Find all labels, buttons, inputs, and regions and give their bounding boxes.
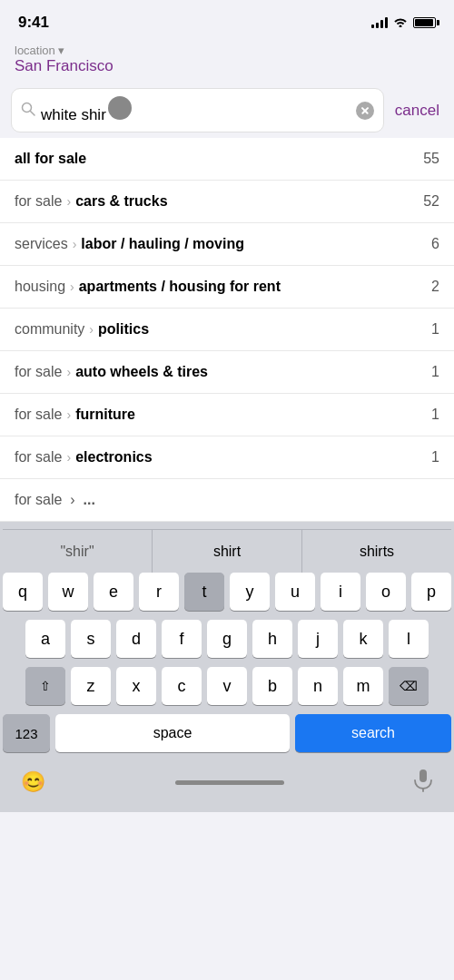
result-left: for sale › furniture [15,407,424,423]
home-indicator [175,780,284,785]
partial-text: for sale › ... [15,492,95,507]
key-t[interactable]: t [184,573,224,611]
result-category: for sale [15,193,62,210]
cancel-button[interactable]: cancel [391,102,443,120]
result-row[interactable]: for sale › furniture 1 [0,394,454,436]
key-z[interactable]: z [71,667,111,705]
key-m[interactable]: m [343,667,383,705]
result-row[interactable]: for sale › electronics 1 [0,436,454,479]
suggestion-shirts[interactable]: shirts [302,530,451,573]
num-key[interactable]: 123 [3,714,50,752]
result-arrow: › [89,322,94,337]
suggestion-shirt[interactable]: shirt [153,530,302,573]
result-left: for sale › electronics [15,449,424,466]
result-count: 1 [431,321,439,338]
shift-key[interactable]: ⇧ [25,667,65,705]
result-count: 2 [431,279,439,295]
key-row-4: 123 space search [3,714,451,752]
svg-rect-2 [419,769,427,782]
result-category: for sale [15,364,62,380]
result-subcategory: furniture [75,407,135,423]
search-key[interactable]: search [295,714,451,752]
location-section: location ▾ San Francisco [0,40,454,83]
key-u[interactable]: u [275,573,315,611]
key-b[interactable]: b [252,667,292,705]
emoji-key[interactable]: 😊 [21,770,45,794]
result-count: 1 [431,407,439,423]
suggestion-label: shirts [360,544,394,560]
result-category: for sale [15,449,62,466]
suggestion-label: "shir" [60,544,94,560]
result-left: for sale › cars & trucks [15,193,416,210]
result-row[interactable]: services › labor / hauling / moving 6 [0,223,454,266]
result-left: all for sale [15,151,416,167]
key-d[interactable]: d [116,620,156,658]
wifi-icon [393,16,408,30]
key-row-1: q w e r t y u i o p [3,573,451,611]
result-row[interactable]: housing › apartments / housing for rent … [0,266,454,309]
result-category: for sale [15,407,62,423]
mic-key[interactable] [413,769,433,797]
key-a[interactable]: a [25,620,65,658]
result-subcategory: auto wheels & tires [75,364,208,380]
key-v[interactable]: v [207,667,247,705]
result-row[interactable]: for sale › cars & trucks 52 [0,181,454,223]
signal-icon [371,17,388,28]
delete-key[interactable]: ⌫ [389,667,429,705]
result-category: services [15,236,68,252]
result-category: housing [15,279,65,295]
key-f[interactable]: f [162,620,202,658]
key-w[interactable]: w [48,573,88,611]
key-e[interactable]: e [94,573,133,611]
result-arrow: › [70,279,74,294]
battery-icon [413,17,436,28]
result-count: 52 [423,193,439,210]
keyboard: t "shir" shirt shirts q w e r t y u i o … [0,522,454,812]
key-n[interactable]: n [298,667,338,705]
search-input-wrapper[interactable]: white shir [11,88,384,132]
partial-result-row[interactable]: for sale › ... [0,479,454,522]
key-o[interactable]: o [366,573,406,611]
result-subcategory: cars & trucks [75,193,167,210]
search-input[interactable]: white shir [41,96,350,124]
result-row[interactable]: for sale › auto wheels & tires 1 [0,351,454,394]
key-i[interactable]: i [321,573,360,611]
result-count: 6 [431,236,439,252]
suggestion-label: shirt [213,544,241,560]
result-count: 55 [423,151,439,167]
key-row-2: a s d f g h j k l [3,620,451,658]
key-l[interactable]: l [389,620,429,658]
key-j[interactable]: j [298,620,338,658]
location-label[interactable]: location ▾ [15,44,439,57]
key-k[interactable]: k [343,620,383,658]
key-c[interactable]: c [162,667,202,705]
suggestion-quote[interactable]: "shir" [3,530,153,573]
svg-line-1 [31,111,35,115]
result-row[interactable]: all for sale 55 [0,138,454,181]
status-time: 9:41 [18,14,49,32]
key-s[interactable]: s [71,620,111,658]
search-bar-container: white shir cancel [0,83,454,138]
result-subcategory: labor / hauling / moving [81,236,244,252]
key-q[interactable]: q [3,573,43,611]
key-g[interactable]: g [207,620,247,658]
result-count: 1 [431,364,439,380]
result-count: 1 [431,449,439,466]
key-r[interactable]: r [139,573,179,611]
result-row[interactable]: community › politics 1 [0,309,454,351]
space-key[interactable]: space [55,714,290,752]
key-x[interactable]: x [116,667,156,705]
status-icons [371,16,436,30]
location-city[interactable]: San Francisco [15,57,439,75]
result-subcategory: apartments / housing for rent [79,279,281,295]
key-p[interactable]: p [411,573,451,611]
result-arrow: › [66,407,71,422]
result-arrow: › [66,450,71,465]
result-arrow: › [66,365,71,379]
key-y[interactable]: y [230,573,270,611]
key-h[interactable]: h [252,620,292,658]
result-left: for sale › auto wheels & tires [15,364,424,380]
results-list: all for sale 55 for sale › cars & trucks… [0,138,454,522]
clear-button[interactable] [356,102,374,120]
search-icon [21,102,35,120]
